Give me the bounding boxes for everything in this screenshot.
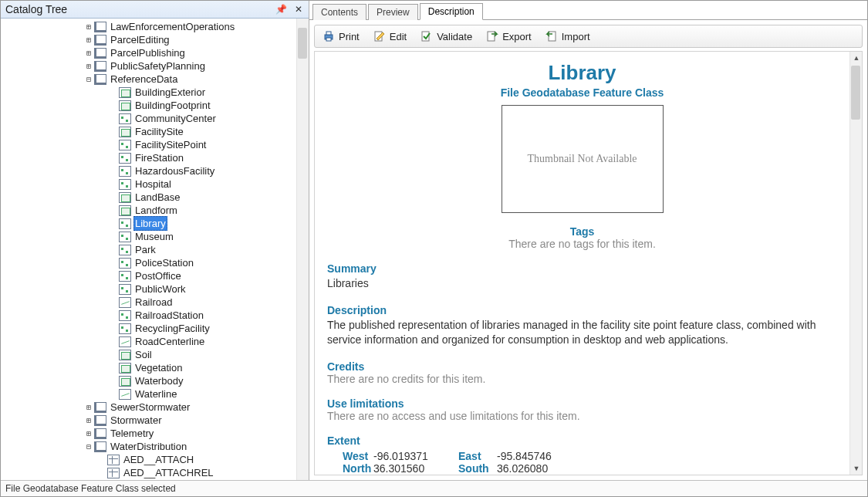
tree-scrollbar-thumb[interactable] xyxy=(298,28,307,59)
tree-item[interactable]: ⊟ReferenceData xyxy=(1,73,296,86)
tree-item-label[interactable]: Railroad xyxy=(133,296,174,309)
expand-icon[interactable]: ⊞ xyxy=(84,59,93,73)
tree-item[interactable]: ⊞FacilitySitePoint xyxy=(1,138,296,151)
scroll-up-icon[interactable]: ▲ xyxy=(850,52,863,64)
tree-item-label[interactable]: FacilitySitePoint xyxy=(133,138,208,151)
tree-item-label[interactable]: SewerStormwater xyxy=(109,401,191,414)
tree-item[interactable]: ⊞BuildingExterior xyxy=(1,86,296,99)
tree-item-label[interactable]: FacilitySite xyxy=(133,125,185,138)
tree-item-label[interactable]: Soil xyxy=(133,348,154,361)
tree-item[interactable]: ⊞PostOffice xyxy=(1,269,296,282)
tree-item-label[interactable]: ReferenceData xyxy=(109,73,179,86)
tree-item[interactable]: ⊞Waterline xyxy=(1,387,296,401)
tree-item[interactable]: ⊞RoadCenterline xyxy=(1,335,296,348)
tab-description[interactable]: Description xyxy=(420,3,483,20)
tree-item-label[interactable]: PublicWork xyxy=(133,282,187,296)
tree-item[interactable]: ⊞Vegetation xyxy=(1,361,296,374)
tree-item[interactable]: ⊞FireStation xyxy=(1,151,296,164)
tree-item-label[interactable]: ParcelEditing xyxy=(109,33,171,46)
pin-icon[interactable]: 📌 xyxy=(274,4,289,15)
expand-icon[interactable]: ⊞ xyxy=(84,414,93,427)
tree-item-label[interactable]: CommunityCenter xyxy=(133,112,218,125)
tree-item[interactable]: ⊟WaterDistribution xyxy=(1,440,296,453)
tree-item[interactable]: ⊞BuildingFootprint xyxy=(1,99,296,112)
description-scrollbar[interactable]: ▲ ▼ xyxy=(849,52,862,475)
tree-item-label[interactable]: Telemetry xyxy=(109,427,155,440)
expand-icon[interactable]: ⊞ xyxy=(84,33,93,46)
tree-item-label[interactable]: BuildingExterior xyxy=(133,86,207,99)
tree-item-label[interactable]: LandBase xyxy=(133,191,182,204)
tree-item-label[interactable]: Park xyxy=(133,243,157,256)
tree-item-label[interactable]: PostOffice xyxy=(133,269,183,282)
tree-item[interactable]: ⊞Landform xyxy=(1,204,296,217)
import-button[interactable]: Import xyxy=(545,30,590,42)
tree-item[interactable]: ⊞ParcelEditing xyxy=(1,33,296,46)
edit-button[interactable]: Edit xyxy=(373,30,407,42)
tree-item-label[interactable]: RailroadStation xyxy=(133,309,205,322)
tree-item[interactable]: ⊞Museum xyxy=(1,230,296,243)
tree-item-label[interactable]: RecyclingFacility xyxy=(133,322,211,335)
svg-rect-1 xyxy=(326,32,331,35)
featureclass-table-icon xyxy=(107,468,120,478)
tree-item-label[interactable]: Waterline xyxy=(133,387,178,401)
tree-item-label[interactable]: Hospital xyxy=(133,178,173,191)
tree-item-label[interactable]: Museum xyxy=(133,230,175,243)
tree-item[interactable]: ⊞AED__ATTACHREL xyxy=(1,466,296,479)
tree-item[interactable]: ⊞Soil xyxy=(1,348,296,361)
tree-item-label[interactable]: PublicSafetyPlanning xyxy=(109,59,207,73)
tab-preview[interactable]: Preview xyxy=(368,4,418,20)
tree-item-label[interactable]: BuildingFootprint xyxy=(133,99,212,112)
tab-contents[interactable]: Contents xyxy=(312,4,366,20)
tree-item[interactable]: ⊞SewerStormwater xyxy=(1,401,296,414)
expand-icon[interactable]: ⊞ xyxy=(84,46,93,59)
tree-item[interactable]: ⊞PoliceStation xyxy=(1,256,296,269)
tree-item-label[interactable]: Waterbody xyxy=(133,374,184,387)
expand-icon[interactable]: ⊞ xyxy=(84,20,93,33)
tree-item-label[interactable]: RoadCenterline xyxy=(133,335,206,348)
collapse-icon[interactable]: ⊟ xyxy=(84,440,93,453)
tree-item-label[interactable]: AED__ATTACHREL xyxy=(122,466,215,479)
tree-item-label[interactable]: ParcelPublishing xyxy=(109,46,187,59)
tree-item[interactable]: ⊞PublicSafetyPlanning xyxy=(1,59,296,73)
tree-item[interactable]: ⊞Telemetry xyxy=(1,427,296,440)
tree-item[interactable]: ⊞Waterbody xyxy=(1,374,296,387)
tree-item-label[interactable]: Landform xyxy=(133,204,179,217)
close-icon[interactable]: ✕ xyxy=(293,4,304,15)
tree-item[interactable]: ⊞Hospital xyxy=(1,178,296,191)
validate-button[interactable]: Validate xyxy=(420,30,472,42)
tree-item-label[interactable]: AED__ATTACH xyxy=(122,453,195,466)
description-scrollbar-thumb[interactable] xyxy=(851,66,860,120)
expand-icon[interactable]: ⊞ xyxy=(84,401,93,414)
tree-item-label[interactable]: LawEnforcementOperations xyxy=(109,20,236,33)
tree-item[interactable]: ⊞RailroadStation xyxy=(1,309,296,322)
tree-item[interactable]: ⊞Stormwater xyxy=(1,414,296,427)
export-button[interactable]: Export xyxy=(486,30,532,42)
print-button[interactable]: Print xyxy=(323,30,360,42)
tree-item-label[interactable]: Stormwater xyxy=(109,414,163,427)
tree-item-label[interactable]: HazardousFacility xyxy=(133,164,216,178)
tree-item-label[interactable]: PoliceStation xyxy=(133,256,195,269)
tree-item-label[interactable]: WaterDistribution xyxy=(109,440,188,453)
tree-item-label[interactable]: FireStation xyxy=(133,151,185,164)
tree-item-label[interactable]: Library xyxy=(133,216,167,231)
tree-scrollbar[interactable] xyxy=(296,19,309,480)
tree-item[interactable]: ⊞FacilitySite xyxy=(1,125,296,138)
tree-item[interactable]: ⊞AED__ATTACH xyxy=(1,453,296,466)
tree-item-label[interactable]: Vegetation xyxy=(133,361,184,374)
tree-item[interactable]: ⊞ParcelPublishing xyxy=(1,46,296,59)
tree-item[interactable]: ⊞RecyclingFacility xyxy=(1,322,296,335)
scroll-down-icon[interactable]: ▼ xyxy=(850,462,863,475)
tree-item[interactable]: ⊞LawEnforcementOperations xyxy=(1,20,296,33)
print-icon xyxy=(323,30,335,42)
collapse-icon[interactable]: ⊟ xyxy=(84,73,93,86)
item-title: Library xyxy=(327,61,837,85)
expand-icon[interactable]: ⊞ xyxy=(84,427,93,440)
featureclass-point-icon xyxy=(119,232,131,242)
tree-item[interactable]: ⊞HazardousFacility xyxy=(1,164,296,178)
tree-item[interactable]: ⊞Railroad xyxy=(1,296,296,309)
tree-item[interactable]: ⊞PublicWork xyxy=(1,282,296,296)
tree-item[interactable]: ⊞CommunityCenter xyxy=(1,112,296,125)
tree-item[interactable]: ⊞Library xyxy=(1,217,296,230)
tree-item[interactable]: ⊞LandBase xyxy=(1,191,296,204)
tree-item[interactable]: ⊞Park xyxy=(1,243,296,256)
